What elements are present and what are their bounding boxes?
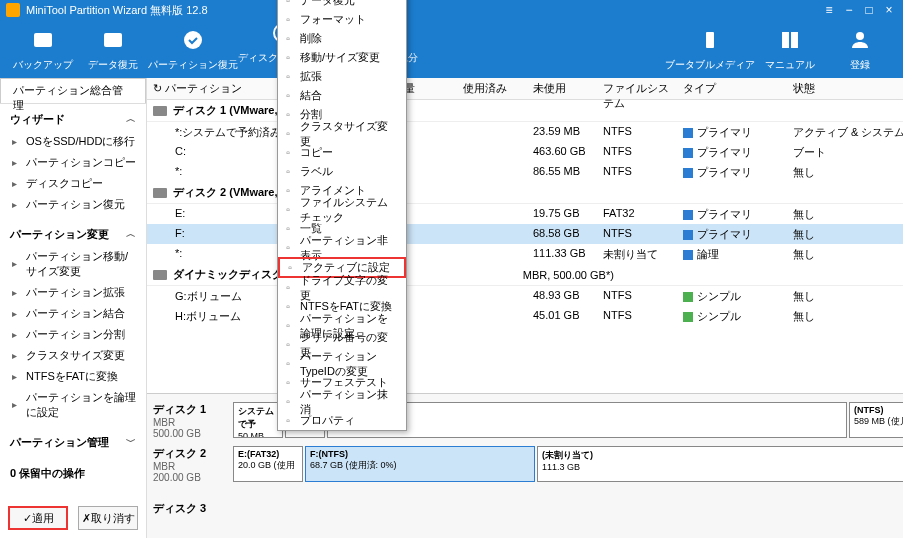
data-recovery-button[interactable]: データ復元 xyxy=(78,26,148,72)
context-menu-item[interactable]: ▫クラスタサイズ変更 xyxy=(278,124,406,143)
context-menu: ▫データ復元▫フォーマット▫削除▫移動/サイズ変更▫拡張▫結合▫分割▫クラスタサ… xyxy=(277,100,407,393)
partition-recovery-button[interactable]: パーティション復元 xyxy=(148,26,238,72)
partition-bar[interactable]: (NTFS)589 MB (使月 xyxy=(849,402,903,438)
disk-map-row: ディスク 3 xyxy=(153,488,903,528)
context-menu-item[interactable]: ▫パーティション抹消 xyxy=(278,392,406,393)
disk-row[interactable]: ディスク 2 (VMware, VMw xyxy=(147,182,903,204)
bootable-media-button[interactable]: ブータブルメディア xyxy=(665,26,755,72)
minimize-icon[interactable]: − xyxy=(841,3,857,17)
partition-row[interactable]: F:68.58 GBNTFSプライマリ無し xyxy=(147,224,903,244)
disk-label: ディスク 2MBR200.00 GB xyxy=(153,446,233,483)
section-wizard[interactable]: ウィザード︿ xyxy=(0,108,146,131)
section-partition-mgmt[interactable]: パーティション管理﹀ xyxy=(0,431,146,454)
sidebar-item[interactable]: ▸パーティション分割 xyxy=(0,324,146,345)
partition-bar[interactable]: (未割り当て)111.3 GB xyxy=(537,446,903,482)
svg-rect-1 xyxy=(104,33,122,47)
partition-bar[interactable]: F:(NTFS)68.7 GB (使用済: 0%) xyxy=(305,446,535,482)
sidebar: パーティション総合管理 ウィザード︿ ▸OSをSSD/HDDに移行▸パーティショ… xyxy=(0,78,147,538)
svg-rect-0 xyxy=(34,33,52,47)
sidebar-item[interactable]: ▸パーティション結合 xyxy=(0,303,146,324)
disk-row[interactable]: ディスク 1 (VMware, VMw xyxy=(147,100,903,122)
chevron-up-icon: ︿ xyxy=(126,227,136,242)
partition-row[interactable]: H:ボリューム45.01 GBNTFSシンプル無し xyxy=(147,306,903,326)
backup-button[interactable]: バックアップ xyxy=(8,26,78,72)
chevron-up-icon: ︿ xyxy=(126,112,136,127)
menu-icon[interactable]: ≡ xyxy=(821,3,837,17)
chevron-down-icon: ﹀ xyxy=(126,435,136,450)
sidebar-tab[interactable]: パーティション総合管理 xyxy=(0,78,146,104)
toolbar: バックアップ データ復元 パーティション復元 ディスクベンチマーク ディスク使用… xyxy=(0,20,903,78)
partition-row[interactable]: C:463.60 GBNTFSプライマリブート xyxy=(147,142,903,162)
context-menu-item[interactable]: ▫パーティションTypeIDの変更 xyxy=(278,354,406,373)
cancel-button[interactable]: ✗ 取り消す xyxy=(78,506,138,530)
sidebar-item[interactable]: ▸パーティションを論理に設定 xyxy=(0,387,146,423)
disk-map-row: ディスク 1MBR500.00 GBシステムで予50 MB (使用C:49(NT… xyxy=(153,400,903,440)
partition-row[interactable]: *:86.55 MBNTFSプライマリ無し xyxy=(147,162,903,182)
sidebar-item[interactable]: ▸NTFSをFATに変換 xyxy=(0,366,146,387)
context-menu-item[interactable]: ▫ファイルシステムチェック xyxy=(278,200,406,219)
svg-point-6 xyxy=(856,32,864,40)
context-menu-item[interactable]: ▫パーティション非表示 xyxy=(278,238,406,257)
sidebar-item[interactable]: ▸パーティション拡張 xyxy=(0,282,146,303)
sidebar-item[interactable]: ▸パーティションコピー xyxy=(0,152,146,173)
partition-row[interactable]: G:ボリューム48.93 GBNTFSシンプル無し xyxy=(147,286,903,306)
partition-row[interactable]: *:111.33 GB未割り当て論理無し xyxy=(147,244,903,264)
manual-button[interactable]: マニュアル xyxy=(755,26,825,72)
apply-button[interactable]: ✓ 適用 xyxy=(8,506,68,530)
section-partition-change[interactable]: パーティション変更︿ xyxy=(0,223,146,246)
grid-header: ↻ パーティション 容量 使用済み 未使用 ファイルシステム タイプ 状態 xyxy=(147,78,903,100)
context-menu-item[interactable]: ▫ドライブ文字の変更 xyxy=(278,278,406,297)
maximize-icon[interactable]: □ xyxy=(861,3,877,17)
partition-row[interactable]: *:システムで予約済み23.59 MBNTFSプライマリアクティブ & システム xyxy=(147,122,903,142)
sidebar-item[interactable]: ▸パーティション移動/サイズ変更 xyxy=(0,246,146,282)
partition-bar[interactable]: システムで予50 MB (使用 xyxy=(233,402,283,438)
svg-rect-5 xyxy=(706,32,714,48)
partition-bar[interactable]: E:(FAT32)20.0 GB (使用 xyxy=(233,446,303,482)
disk-map-row: ディスク 2MBR200.00 GBE:(FAT32)20.0 GB (使用F:… xyxy=(153,444,903,484)
app-title: MiniTool Partition Wizard 無料版 12.8 xyxy=(26,3,208,18)
partition-row[interactable]: E:19.75 GBFAT32プライマリ無し xyxy=(147,204,903,224)
login-button[interactable]: 登録 xyxy=(825,26,895,72)
pending-ops: 0 保留中の操作 xyxy=(0,462,146,485)
sidebar-item[interactable]: ▸ディスクコピー xyxy=(0,173,146,194)
disk-label: ディスク 1MBR500.00 GB xyxy=(153,402,233,439)
content: ↻ パーティション 容量 使用済み 未使用 ファイルシステム タイプ 状態 ▫デ… xyxy=(147,78,903,538)
disk-row[interactable]: ダイナミックディスク (ディス MBR, 500.00 GB*) xyxy=(147,264,903,286)
sidebar-item[interactable]: ▸OSをSSD/HDDに移行 xyxy=(0,131,146,152)
sidebar-item[interactable]: ▸パーティション復元 xyxy=(0,194,146,215)
context-menu-item[interactable]: ▫コピー xyxy=(278,143,406,162)
app-icon xyxy=(6,3,20,17)
titlebar: MiniTool Partition Wizard 無料版 12.8 ≡ − □… xyxy=(0,0,903,20)
sidebar-item[interactable]: ▸クラスタサイズ変更 xyxy=(0,345,146,366)
disk-map-panel: ディスク 1MBR500.00 GBシステムで予50 MB (使用C:49(NT… xyxy=(147,393,903,538)
context-menu-item[interactable]: ▫ラベル xyxy=(278,162,406,181)
close-icon[interactable]: × xyxy=(881,3,897,17)
svg-point-2 xyxy=(184,31,202,49)
disk-label: ディスク 3 xyxy=(153,501,233,516)
